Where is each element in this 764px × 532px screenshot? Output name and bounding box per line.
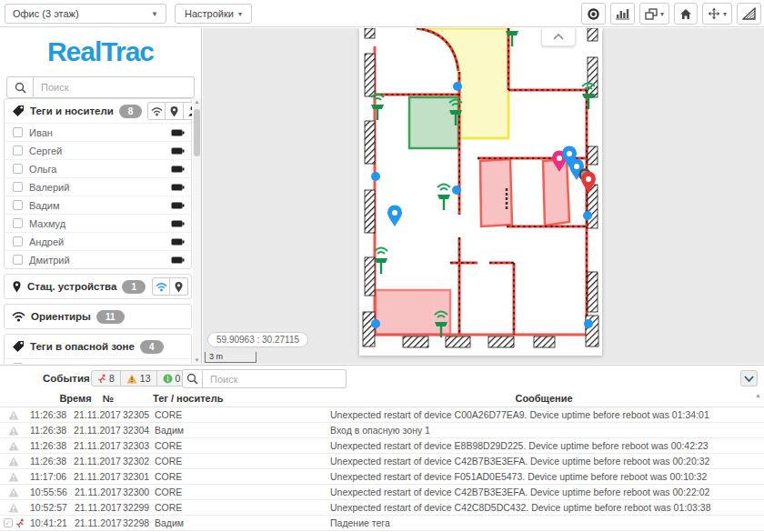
sidebar-search <box>6 76 195 98</box>
top-toolbar: Офис (3 этаж) ▼ Настройки ▾ ▾ <box>0 0 764 27</box>
alarm-count: 8 <box>109 373 115 384</box>
home-icon <box>679 8 692 20</box>
cell-time: 11:17:0621.11.2017 <box>27 471 123 482</box>
section-tags-header[interactable]: Теги и носители 8 ▾ <box>5 99 191 123</box>
map-scale-bar: 3 m <box>205 352 256 363</box>
wifi-filter-button-active[interactable] <box>152 277 170 296</box>
cell-number: 32305 <box>123 409 155 420</box>
table-row[interactable]: ✓ 11:26:3821.11.2017 32305 CORE Unexpect… <box>0 407 764 423</box>
scrollbar-thumb[interactable] <box>194 109 200 156</box>
section-stationary-header[interactable]: Стац. устройства 1 <box>5 275 191 298</box>
events-header: События 8 13 0 <box>0 366 764 390</box>
cell-number: 32300 <box>123 487 155 497</box>
floors-button[interactable]: ▾ <box>639 3 669 25</box>
chevron-down-icon: ▾ <box>723 10 727 18</box>
battery-icon <box>171 237 185 246</box>
table-row[interactable]: ✓ 10:55:5621.11.2017 32300 CORE Unexpect… <box>0 485 764 500</box>
item-checkbox[interactable] <box>13 164 23 174</box>
pin-filter-button[interactable] <box>166 102 184 120</box>
wifi-filter-button[interactable] <box>147 102 166 120</box>
table-row[interactable]: ✓ 10:52:5721.11.2017 32299 CORE Unexpect… <box>0 500 764 516</box>
table-row[interactable]: ✓ 11:26:3821.11.2017 32304 Вадим Вход в … <box>0 423 764 438</box>
chevron-down-icon: ▾ <box>660 10 664 18</box>
table-row[interactable]: ✓ 10:41:2121.11.2017 32298 Вадим Падение… <box>0 516 764 531</box>
cell-number: 32302 <box>123 456 155 467</box>
floor-select[interactable]: Офис (3 этаж) ▼ <box>5 4 166 24</box>
tags-list: Иван Сергей Ольга Валерий Вадим Мах <box>5 123 191 268</box>
item-checkbox[interactable] <box>13 146 23 156</box>
layers-icon <box>645 8 658 20</box>
events-table-header: Время № Тег / носитель Сообщение ▲ <box>0 390 764 407</box>
item-checkbox[interactable] <box>13 182 23 192</box>
app-logo: RealTrac <box>0 28 201 67</box>
list-item[interactable]: Дмитрий <box>5 250 191 268</box>
list-item[interactable]: Иван <box>5 123 191 141</box>
count-badge: 8 <box>119 105 143 118</box>
map-collapse-button[interactable] <box>541 28 576 46</box>
item-checkbox[interactable] <box>13 218 23 228</box>
search-input[interactable] <box>34 76 195 98</box>
item-checkbox[interactable] <box>13 255 23 265</box>
list-item[interactable]: Андрей <box>5 358 191 364</box>
table-row[interactable]: ✓ 11:26:3821.11.2017 32303 CORE Unexpect… <box>0 438 764 454</box>
statistics-button[interactable] <box>610 3 635 25</box>
warning-triangle-icon <box>8 457 19 467</box>
table-row[interactable]: ✓ 11:17:0621.11.2017 32301 CORE Unexpect… <box>0 469 764 485</box>
alarm-filter-button[interactable]: 8 <box>92 371 121 386</box>
zone-green <box>409 97 458 148</box>
list-item[interactable]: Ольга <box>5 159 191 177</box>
cursor-coordinates: 59.90963 : 30.27115 <box>207 332 308 347</box>
events-search-input[interactable] <box>203 369 347 388</box>
item-checkbox[interactable] <box>13 127 23 137</box>
cell-time: 11:26:3821.11.2017 <box>27 425 123 436</box>
move-button[interactable]: ▾ <box>702 3 732 25</box>
warning-triangle-icon <box>8 426 19 436</box>
floor-plan[interactable] <box>359 28 602 356</box>
row-checkbox[interactable]: ✓ <box>4 518 13 527</box>
scroll-up-icon[interactable]: ▲ <box>193 99 201 105</box>
table-row[interactable]: ✓ 11:26:3821.11.2017 32302 CORE Unexpect… <box>0 454 764 469</box>
sidebar-scrollbar[interactable]: ▲ ▼ <box>193 98 201 364</box>
list-item[interactable]: Андрей <box>5 232 191 250</box>
list-item[interactable]: Сергей <box>5 141 191 159</box>
events-collapse-button[interactable] <box>740 370 758 386</box>
list-item[interactable]: Махмуд <box>5 214 191 232</box>
fall-alarm-icon <box>97 374 106 384</box>
record-button[interactable] <box>581 3 606 25</box>
item-checkbox[interactable] <box>13 363 23 364</box>
list-item[interactable]: Валерий <box>5 177 191 196</box>
zone-danger-2 <box>543 159 569 226</box>
section-danger-header[interactable]: Теги в опасной зоне 4 <box>5 335 191 358</box>
column-header-number[interactable]: № <box>94 393 123 404</box>
column-header-message[interactable]: Сообщение <box>330 393 758 404</box>
item-checkbox[interactable] <box>13 200 23 210</box>
cell-tag: CORE <box>155 456 330 467</box>
search-button[interactable] <box>6 76 34 98</box>
table-scroll-up-icon[interactable]: ▲ <box>755 392 761 398</box>
warning-triangle-icon <box>126 374 137 384</box>
section-landmarks-header[interactable]: Ориентиры 11 <box>5 305 191 328</box>
battery-icon <box>171 201 185 210</box>
section-stationary: Стац. устройства 1 <box>4 274 192 299</box>
item-checkbox[interactable] <box>13 236 23 246</box>
scroll-down-icon[interactable]: ▼ <box>193 357 201 363</box>
settings-button[interactable]: Настройки ▾ <box>175 4 252 24</box>
cell-message: Unexpected restart of device E8B98D29D22… <box>330 440 764 451</box>
cell-number: 32301 <box>123 471 155 482</box>
column-header-tag[interactable]: Тег / носитель <box>153 393 223 404</box>
section-title: Теги и носители <box>30 105 114 116</box>
search-button[interactable] <box>182 369 203 388</box>
map-panel[interactable]: 59.90963 : 30.27115 3 m <box>203 28 764 364</box>
pin-filter-button[interactable] <box>170 277 188 296</box>
warning-filter-button[interactable]: 13 <box>121 371 157 386</box>
measure-button[interactable] <box>737 3 761 25</box>
section-danger-tags: Теги в опасной зоне 4 Андрей <box>4 334 192 364</box>
item-name: Ольга <box>29 164 56 175</box>
chevron-up-icon <box>553 34 564 40</box>
bar-chart-icon <box>616 7 629 20</box>
person-filter-button[interactable] <box>184 102 192 120</box>
item-name: Иван <box>29 127 53 138</box>
list-item[interactable]: Вадим <box>5 196 191 214</box>
section-title: Стац. устройства <box>27 281 116 292</box>
home-button[interactable] <box>674 3 698 25</box>
